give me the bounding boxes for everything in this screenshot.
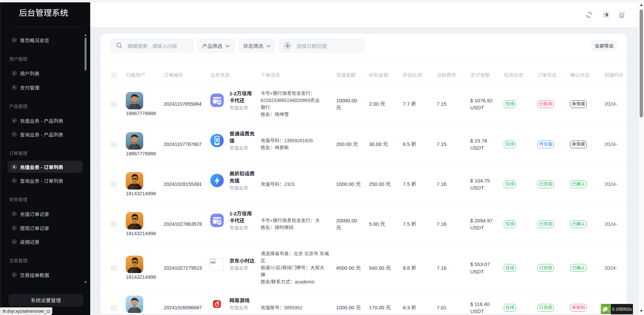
svg-text:¥: ¥ (216, 137, 219, 143)
